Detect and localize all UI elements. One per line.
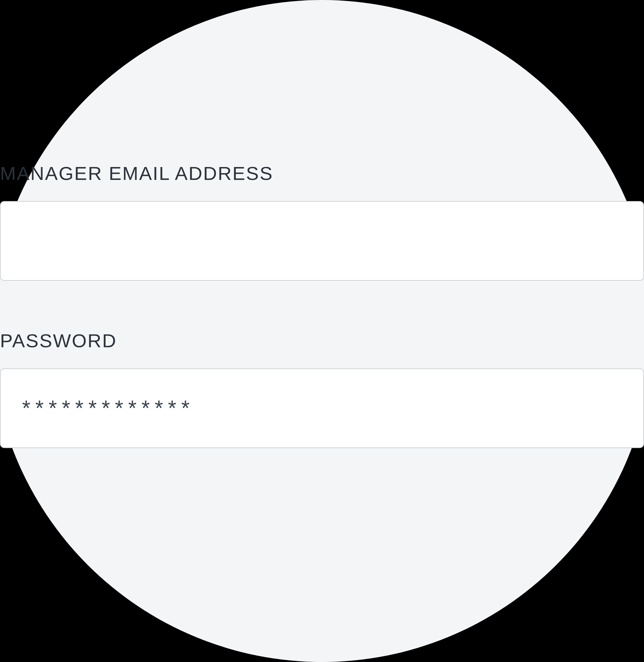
email-input[interactable] <box>0 201 644 281</box>
email-field-group: MANAGER EMAIL ADDRESS <box>0 162 644 281</box>
password-field-group: PASSWORD <box>0 330 644 448</box>
password-input[interactable] <box>0 369 644 448</box>
email-label: MANAGER EMAIL ADDRESS <box>0 162 644 184</box>
login-form: MANAGER EMAIL ADDRESS PASSWORD <box>0 162 644 448</box>
password-label: PASSWORD <box>0 330 644 352</box>
